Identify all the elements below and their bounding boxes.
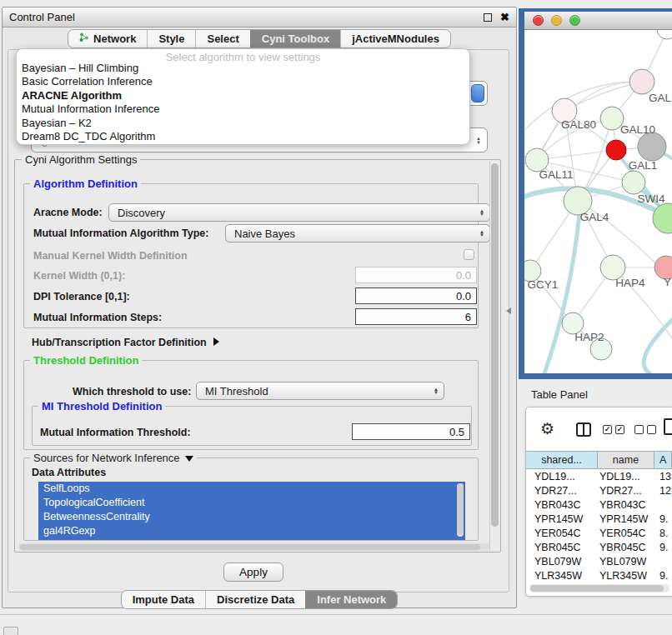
table-cell[interactable]: YDR27... — [598, 484, 654, 498]
node-gray[interactable] — [638, 132, 666, 161]
table-cell[interactable]: YPR145W — [598, 512, 654, 527]
window-title: Control Panel — [9, 11, 75, 23]
manual-kernel-width-checkbox[interactable] — [464, 249, 474, 260]
combobox-stepper-focused[interactable] — [471, 84, 484, 102]
panel-divider-collapse-handle[interactable] — [506, 308, 511, 314]
tab-discretize-data[interactable]: Discretize Data — [205, 591, 305, 608]
tab-style[interactable]: Style — [147, 30, 195, 48]
table-cell[interactable]: YBL079W — [598, 555, 654, 569]
settings-horizontal-scrollbar[interactable] — [18, 543, 490, 551]
node-swi4[interactable] — [622, 171, 645, 194]
column-header-a[interactable]: A — [654, 452, 672, 468]
table-row[interactable]: YDR27...YDR27...12 — [526, 484, 672, 498]
table-cell[interactable]: 13 — [654, 470, 672, 484]
table-cell[interactable]: 8. — [654, 527, 672, 541]
table-cell[interactable]: YBR045C — [526, 541, 598, 555]
apply-button[interactable]: Apply — [223, 562, 283, 582]
attribute-item-betweennesscentrality[interactable]: BetweennessCentrality — [38, 510, 465, 524]
kernel-width-input[interactable]: 0.0 — [355, 267, 477, 283]
column-header-name[interactable]: name — [598, 452, 654, 468]
node-gal1-red[interactable] — [606, 140, 626, 160]
table-cell[interactable]: YLR345W — [598, 569, 654, 583]
dropdown-item-bayesian-hill-climbing[interactable]: Bayesian – Hill Climbing — [17, 62, 469, 75]
table-cell[interactable]: YBR045C — [598, 541, 654, 555]
dpi-tolerance-input[interactable]: 0.0 — [355, 288, 477, 304]
scrollbar-thumb[interactable] — [20, 544, 480, 550]
table-cell[interactable]: YER054C — [598, 527, 654, 541]
tab-cyni-toolbox[interactable]: Cyni Toolbox — [250, 30, 340, 48]
tab-impute-data[interactable]: Impute Data — [122, 591, 205, 608]
table-cell[interactable]: 12 — [654, 484, 672, 498]
table-row[interactable]: YLR345WYLR345W9. — [526, 569, 672, 583]
attribute-list-scrollbar[interactable] — [457, 483, 464, 537]
split-columns-icon[interactable] — [576, 422, 591, 437]
float-window-icon[interactable] — [484, 13, 492, 22]
dropdown-item-mutual-information-inference[interactable]: Mutual Information Inference — [17, 102, 469, 116]
table-row[interactable]: YBR043CYBR043C — [526, 498, 672, 512]
scrollbar-thumb[interactable] — [457, 483, 464, 535]
table-cell[interactable]: YDL19... — [526, 470, 598, 484]
dropdown-item-dream8-dc-tdc-algorithm[interactable]: Dream8 DC_TDC Algorithm — [17, 130, 469, 143]
mi-threshold-input[interactable]: 0.5 — [352, 423, 470, 440]
attribute-item-gal4rgexp[interactable]: gal4RGexp — [38, 524, 465, 538]
attribute-item-topologicalcoefficient[interactable]: TopologicalCoefficient — [38, 496, 465, 510]
network-icon — [79, 32, 89, 45]
aracne-mode-value: Discovery — [109, 207, 476, 219]
node-top-partial[interactable] — [657, 30, 672, 39]
aracne-mode-combobox[interactable]: Discovery ▲▼ — [108, 203, 490, 222]
combobox-stepper[interactable]: ▲▼ — [474, 133, 484, 148]
node-label-swi4: SWI4 — [637, 192, 664, 205]
scrollbar-thumb[interactable] — [530, 585, 664, 592]
column-header-shared[interactable]: shared... — [526, 452, 598, 468]
close-traffic-light[interactable] — [533, 15, 544, 26]
select-all-checkboxes-icon[interactable]: ✓ ✓ — [603, 425, 624, 434]
attribute-item-selfloops[interactable]: SelfLoops — [38, 482, 465, 496]
dropdown-item-bayesian-k2[interactable]: Bayesian – K2 — [17, 117, 469, 130]
expander-collapsed-icon — [213, 338, 219, 346]
table-cell[interactable] — [654, 498, 672, 512]
table-row[interactable]: YBL079WYBL079W — [526, 555, 672, 569]
tab-jactivemnodules[interactable]: jActiveMNodules — [340, 30, 450, 48]
tab-label: jActiveMNodules — [352, 32, 439, 45]
close-window-icon[interactable]: ✖ — [500, 13, 509, 22]
dropdown-item-basic-correlation-inference[interactable]: Basic Correlation Inference — [17, 75, 469, 88]
which-threshold-combobox[interactable]: MI Threshold ▲▼ — [196, 382, 444, 400]
gear-icon[interactable]: ⚙ — [540, 419, 554, 438]
table-cell[interactable]: YPR145W — [526, 512, 598, 527]
table-row[interactable]: YPR145WYPR145W9. — [526, 512, 672, 527]
tab-label: Style — [158, 32, 184, 45]
table-cell[interactable]: YDR27... — [526, 484, 598, 498]
table-cell[interactable]: YER054C — [526, 527, 598, 541]
table-row[interactable]: YBR045CYBR045C9. — [526, 541, 672, 555]
unchecked-box-icon — [634, 425, 644, 434]
settings-vertical-scrollbar[interactable] — [489, 162, 499, 550]
table-cell[interactable]: YDL19... — [598, 470, 654, 484]
tab-select[interactable]: Select — [195, 30, 249, 48]
table-cell[interactable]: YBR043C — [526, 498, 598, 512]
dropdown-item-aracne-algorithm[interactable]: ARACNE Algorithm — [17, 89, 469, 102]
table-cell[interactable]: 9. — [654, 569, 672, 583]
network-canvas[interactable]: GALGAL80GAL10GAL1GAL11SWI4GAL4GCY1HAP4YH… — [524, 30, 672, 373]
table-cell[interactable]: YBL079W — [526, 555, 598, 569]
document-icon[interactable] — [664, 418, 672, 435]
sources-expander[interactable]: Sources for Network Inference — [30, 452, 197, 464]
zoom-traffic-light[interactable] — [569, 15, 580, 26]
minimize-traffic-light[interactable] — [551, 15, 562, 26]
table-cell[interactable]: 9. — [654, 541, 672, 555]
table-cell[interactable]: YLR345W — [526, 569, 598, 583]
deselect-all-checkboxes-icon[interactable] — [634, 425, 656, 434]
mi-algorithm-type-combobox[interactable]: Naive Bayes ▲▼ — [225, 224, 490, 242]
hub-factor-expander[interactable]: Hub/Transcription Factor Definition — [32, 337, 219, 348]
node-gal-pink[interactable] — [629, 69, 654, 94]
table-cell[interactable] — [654, 555, 672, 569]
table-row[interactable]: YDL19...YDL19...13 — [526, 470, 672, 484]
mi-steps-input[interactable]: 6 — [355, 308, 477, 325]
tab-network[interactable]: Network — [68, 30, 147, 48]
table-row[interactable]: YER054CYER054C8. — [526, 527, 672, 541]
scrollbar-thumb[interactable] — [491, 163, 499, 527]
bottom-left-panel-button[interactable] — [3, 627, 18, 635]
table-horizontal-scrollbar[interactable] — [529, 584, 669, 592]
table-cell[interactable]: YBR043C — [598, 498, 654, 512]
table-cell[interactable]: 9. — [654, 512, 672, 527]
tab-infer-network[interactable]: Infer Network — [305, 591, 397, 608]
